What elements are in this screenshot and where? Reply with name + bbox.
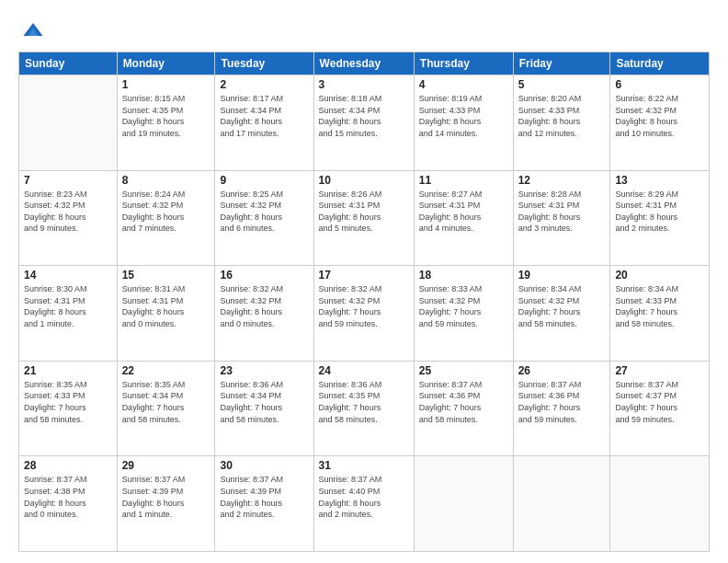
- calendar: SundayMondayTuesdayWednesdayThursdayFrid…: [18, 52, 710, 552]
- day-info: Sunrise: 8:37 AM Sunset: 4:38 PM Dayligh…: [24, 474, 112, 520]
- calendar-cell: 6Sunrise: 8:22 AM Sunset: 4:32 PM Daylig…: [610, 75, 710, 171]
- calendar-week-1: 1Sunrise: 8:15 AM Sunset: 4:35 PM Daylig…: [19, 75, 710, 171]
- day-info: Sunrise: 8:37 AM Sunset: 4:39 PM Dayligh…: [220, 474, 308, 520]
- day-info: Sunrise: 8:37 AM Sunset: 4:36 PM Dayligh…: [518, 379, 606, 425]
- day-info: Sunrise: 8:22 AM Sunset: 4:32 PM Dayligh…: [615, 93, 704, 139]
- day-info: Sunrise: 8:33 AM Sunset: 4:32 PM Dayligh…: [419, 283, 508, 329]
- day-number: 28: [24, 459, 112, 472]
- calendar-cell: 9Sunrise: 8:25 AM Sunset: 4:32 PM Daylig…: [215, 170, 313, 266]
- calendar-cell: [610, 456, 710, 552]
- day-info: Sunrise: 8:15 AM Sunset: 4:35 PM Dayligh…: [122, 93, 210, 139]
- day-info: Sunrise: 8:25 AM Sunset: 4:32 PM Dayligh…: [220, 189, 308, 235]
- day-number: 18: [419, 269, 508, 282]
- calendar-cell: 1Sunrise: 8:15 AM Sunset: 4:35 PM Daylig…: [117, 75, 215, 171]
- calendar-cell: 7Sunrise: 8:23 AM Sunset: 4:32 PM Daylig…: [19, 170, 118, 266]
- day-info: Sunrise: 8:37 AM Sunset: 4:40 PM Dayligh…: [319, 474, 409, 520]
- day-number: 24: [319, 364, 409, 377]
- calendar-cell: 28Sunrise: 8:37 AM Sunset: 4:38 PM Dayli…: [19, 456, 118, 552]
- day-number: 17: [319, 269, 409, 282]
- calendar-cell: 20Sunrise: 8:34 AM Sunset: 4:33 PM Dayli…: [610, 266, 710, 362]
- day-number: 15: [122, 269, 210, 282]
- day-number: 29: [122, 459, 210, 472]
- day-info: Sunrise: 8:37 AM Sunset: 4:36 PM Dayligh…: [419, 379, 508, 425]
- header: [18, 17, 710, 42]
- calendar-cell: 23Sunrise: 8:36 AM Sunset: 4:34 PM Dayli…: [215, 361, 313, 456]
- day-info: Sunrise: 8:29 AM Sunset: 4:31 PM Dayligh…: [615, 189, 704, 235]
- day-number: 14: [24, 269, 112, 282]
- day-info: Sunrise: 8:20 AM Sunset: 4:33 PM Dayligh…: [518, 93, 606, 139]
- day-number: 3: [319, 78, 409, 91]
- day-header-monday: Monday: [117, 52, 215, 75]
- calendar-cell: 3Sunrise: 8:18 AM Sunset: 4:34 PM Daylig…: [313, 75, 414, 171]
- calendar-cell: 4Sunrise: 8:19 AM Sunset: 4:33 PM Daylig…: [414, 75, 513, 171]
- calendar-cell: 5Sunrise: 8:20 AM Sunset: 4:33 PM Daylig…: [513, 75, 610, 171]
- day-number: 7: [24, 174, 112, 187]
- calendar-cell: [513, 456, 610, 552]
- day-number: 19: [518, 269, 606, 282]
- calendar-cell: 25Sunrise: 8:37 AM Sunset: 4:36 PM Dayli…: [414, 361, 513, 456]
- page: SundayMondayTuesdayWednesdayThursdayFrid…: [0, 0, 728, 563]
- day-number: 2: [220, 78, 308, 91]
- day-number: 11: [419, 174, 508, 187]
- day-number: 4: [419, 78, 508, 91]
- day-info: Sunrise: 8:28 AM Sunset: 4:31 PM Dayligh…: [518, 189, 606, 235]
- calendar-cell: 15Sunrise: 8:31 AM Sunset: 4:31 PM Dayli…: [117, 266, 215, 362]
- day-info: Sunrise: 8:31 AM Sunset: 4:31 PM Dayligh…: [122, 283, 210, 329]
- day-number: 12: [518, 174, 606, 187]
- calendar-cell: 24Sunrise: 8:36 AM Sunset: 4:35 PM Dayli…: [313, 361, 414, 456]
- day-info: Sunrise: 8:34 AM Sunset: 4:33 PM Dayligh…: [615, 283, 704, 329]
- day-number: 23: [220, 364, 308, 377]
- day-number: 5: [518, 78, 606, 91]
- day-number: 31: [319, 459, 409, 472]
- day-info: Sunrise: 8:36 AM Sunset: 4:35 PM Dayligh…: [319, 379, 409, 425]
- day-info: Sunrise: 8:18 AM Sunset: 4:34 PM Dayligh…: [319, 93, 409, 139]
- calendar-cell: 31Sunrise: 8:37 AM Sunset: 4:40 PM Dayli…: [313, 456, 414, 552]
- day-number: 9: [220, 174, 308, 187]
- day-number: 10: [319, 174, 409, 187]
- calendar-cell: 13Sunrise: 8:29 AM Sunset: 4:31 PM Dayli…: [610, 170, 710, 266]
- day-number: 6: [615, 78, 704, 91]
- day-number: 13: [615, 174, 704, 187]
- day-info: Sunrise: 8:27 AM Sunset: 4:31 PM Dayligh…: [419, 189, 508, 235]
- day-header-thursday: Thursday: [414, 52, 513, 75]
- calendar-cell: 30Sunrise: 8:37 AM Sunset: 4:39 PM Dayli…: [215, 456, 313, 552]
- calendar-cell: 17Sunrise: 8:32 AM Sunset: 4:32 PM Dayli…: [313, 266, 414, 362]
- day-info: Sunrise: 8:24 AM Sunset: 4:32 PM Dayligh…: [122, 189, 210, 235]
- calendar-cell: 18Sunrise: 8:33 AM Sunset: 4:32 PM Dayli…: [414, 266, 513, 362]
- calendar-cell: [19, 75, 118, 171]
- calendar-cell: 14Sunrise: 8:30 AM Sunset: 4:31 PM Dayli…: [19, 266, 118, 362]
- calendar-cell: 21Sunrise: 8:35 AM Sunset: 4:33 PM Dayli…: [19, 361, 118, 456]
- logo: [18, 17, 50, 42]
- day-info: Sunrise: 8:37 AM Sunset: 4:37 PM Dayligh…: [615, 379, 704, 425]
- calendar-week-5: 28Sunrise: 8:37 AM Sunset: 4:38 PM Dayli…: [19, 456, 710, 552]
- day-number: 30: [220, 459, 308, 472]
- day-info: Sunrise: 8:17 AM Sunset: 4:34 PM Dayligh…: [220, 93, 308, 139]
- calendar-week-2: 7Sunrise: 8:23 AM Sunset: 4:32 PM Daylig…: [19, 170, 710, 266]
- calendar-cell: [414, 456, 513, 552]
- calendar-cell: 12Sunrise: 8:28 AM Sunset: 4:31 PM Dayli…: [513, 170, 610, 266]
- calendar-cell: 16Sunrise: 8:32 AM Sunset: 4:32 PM Dayli…: [215, 266, 313, 362]
- calendar-cell: 29Sunrise: 8:37 AM Sunset: 4:39 PM Dayli…: [117, 456, 215, 552]
- calendar-week-3: 14Sunrise: 8:30 AM Sunset: 4:31 PM Dayli…: [19, 266, 710, 362]
- day-number: 22: [122, 364, 210, 377]
- day-info: Sunrise: 8:37 AM Sunset: 4:39 PM Dayligh…: [122, 474, 210, 520]
- day-info: Sunrise: 8:23 AM Sunset: 4:32 PM Dayligh…: [24, 189, 112, 235]
- calendar-header-row: SundayMondayTuesdayWednesdayThursdayFrid…: [19, 52, 710, 75]
- day-number: 16: [220, 269, 308, 282]
- calendar-cell: 10Sunrise: 8:26 AM Sunset: 4:31 PM Dayli…: [313, 170, 414, 266]
- day-info: Sunrise: 8:36 AM Sunset: 4:34 PM Dayligh…: [220, 379, 308, 425]
- day-header-saturday: Saturday: [610, 52, 710, 75]
- day-info: Sunrise: 8:19 AM Sunset: 4:33 PM Dayligh…: [419, 93, 508, 139]
- day-info: Sunrise: 8:32 AM Sunset: 4:32 PM Dayligh…: [319, 283, 409, 329]
- day-info: Sunrise: 8:34 AM Sunset: 4:32 PM Dayligh…: [518, 283, 606, 329]
- day-number: 26: [518, 364, 606, 377]
- day-header-tuesday: Tuesday: [215, 52, 313, 75]
- calendar-week-4: 21Sunrise: 8:35 AM Sunset: 4:33 PM Dayli…: [19, 361, 710, 456]
- day-info: Sunrise: 8:30 AM Sunset: 4:31 PM Dayligh…: [24, 283, 112, 329]
- day-header-sunday: Sunday: [19, 52, 118, 75]
- day-number: 8: [122, 174, 210, 187]
- calendar-cell: 27Sunrise: 8:37 AM Sunset: 4:37 PM Dayli…: [610, 361, 710, 456]
- day-info: Sunrise: 8:26 AM Sunset: 4:31 PM Dayligh…: [319, 189, 409, 235]
- day-number: 25: [419, 364, 508, 377]
- calendar-cell: 22Sunrise: 8:35 AM Sunset: 4:34 PM Dayli…: [117, 361, 215, 456]
